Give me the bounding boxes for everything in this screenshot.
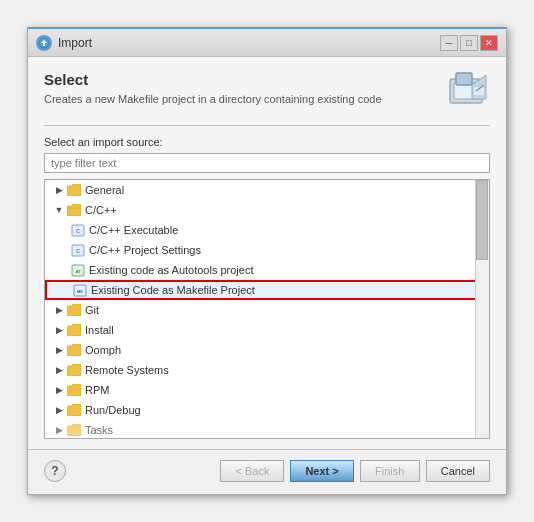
dialog-body: Select Creates a new Makefile project in…: [28, 57, 506, 449]
select-header: Select Creates a new Makefile project in…: [44, 71, 490, 109]
maximize-button[interactable]: □: [460, 35, 478, 51]
folder-icon-tasks: [67, 424, 81, 436]
tree-item-cpp[interactable]: ▼ C/C++: [45, 200, 489, 220]
label-remote-systems: Remote Systems: [85, 364, 169, 376]
label-makefile: Existing Code as Makefile Project: [91, 284, 255, 296]
arrow-install: ▶: [53, 324, 65, 336]
label-git: Git: [85, 304, 99, 316]
tree-item-oomph[interactable]: ▶ Oomph: [45, 340, 489, 360]
tree-item-makefile[interactable]: MK Existing Code as Makefile Project: [45, 280, 489, 300]
scrollbar-thumb[interactable]: [476, 180, 488, 260]
folder-icon-remote-systems: [67, 364, 81, 376]
tree-item-install[interactable]: ▶ Install: [45, 320, 489, 340]
window-controls: ─ □ ✕: [440, 35, 498, 51]
title-bar: Import ─ □ ✕: [28, 29, 506, 57]
next-button[interactable]: Next >: [290, 460, 353, 482]
file-icon-makefile: MK: [73, 284, 87, 296]
section-title: Select: [44, 71, 382, 88]
header-separator: [44, 125, 490, 126]
filter-label: Select an import source:: [44, 136, 490, 148]
arrow-general: ▶: [53, 184, 65, 196]
arrow-git: ▶: [53, 304, 65, 316]
section-description: Creates a new Makefile project in a dire…: [44, 92, 382, 107]
svg-text:AT: AT: [75, 269, 81, 274]
cancel-button[interactable]: Cancel: [426, 460, 490, 482]
file-icon-cpp-exec: C: [71, 224, 85, 236]
arrow-tasks: ▶: [53, 424, 65, 436]
folder-icon-run-debug: [67, 404, 81, 416]
scrollbar-track[interactable]: [475, 180, 489, 438]
svg-rect-3: [456, 73, 472, 85]
dialog-icon: [36, 35, 52, 51]
tree-item-rpm[interactable]: ▶ RPM: [45, 380, 489, 400]
dialog-footer: ? < Back Next > Finish Cancel: [28, 449, 506, 494]
footer-buttons: < Back Next > Finish Cancel: [66, 460, 490, 482]
folder-icon-cpp: [67, 204, 81, 216]
tree-item-autotools[interactable]: AT Existing code as Autotools project: [45, 260, 489, 280]
import-dialog: Import ─ □ ✕ Select Creates a new Makefi…: [27, 27, 507, 495]
svg-text:C: C: [76, 228, 80, 234]
tree-item-tasks[interactable]: ▶ Tasks: [45, 420, 489, 439]
folder-icon-install: [67, 324, 81, 336]
label-general: General: [85, 184, 124, 196]
label-cpp-exec: C/C++ Executable: [89, 224, 178, 236]
arrow-remote-systems: ▶: [53, 364, 65, 376]
filter-input[interactable]: [44, 153, 490, 173]
folder-icon-general: [67, 184, 81, 196]
header-text: Select Creates a new Makefile project in…: [44, 71, 382, 107]
folder-icon-rpm: [67, 384, 81, 396]
tree-item-remote-systems[interactable]: ▶ Remote Systems: [45, 360, 489, 380]
back-button[interactable]: < Back: [220, 460, 284, 482]
dialog-title: Import: [58, 36, 92, 50]
label-install: Install: [85, 324, 114, 336]
file-icon-cpp-settings: C: [71, 244, 85, 256]
close-button[interactable]: ✕: [480, 35, 498, 51]
label-tasks: Tasks: [85, 424, 113, 436]
arrow-run-debug: ▶: [53, 404, 65, 416]
label-autotools: Existing code as Autotools project: [89, 264, 253, 276]
tree-item-general[interactable]: ▶ General: [45, 180, 489, 200]
arrow-rpm: ▶: [53, 384, 65, 396]
svg-text:MK: MK: [77, 289, 83, 294]
label-cpp-settings: C/C++ Project Settings: [89, 244, 201, 256]
minimize-button[interactable]: ─: [440, 35, 458, 51]
header-icon: [448, 71, 490, 109]
file-icon-autotools: AT: [71, 264, 85, 276]
folder-icon-git: [67, 304, 81, 316]
label-run-debug: Run/Debug: [85, 404, 141, 416]
tree-item-cpp-exec[interactable]: C C/C++ Executable: [45, 220, 489, 240]
label-rpm: RPM: [85, 384, 109, 396]
help-button[interactable]: ?: [44, 460, 66, 482]
label-cpp: C/C++: [85, 204, 117, 216]
arrow-oomph: ▶: [53, 344, 65, 356]
tree-item-cpp-settings[interactable]: C C/C++ Project Settings: [45, 240, 489, 260]
svg-text:C: C: [76, 248, 80, 254]
title-bar-left: Import: [36, 35, 92, 51]
arrow-cpp: ▼: [53, 204, 65, 216]
finish-button[interactable]: Finish: [360, 460, 420, 482]
tree-item-run-debug[interactable]: ▶ Run/Debug: [45, 400, 489, 420]
tree-container[interactable]: ▶ General ▼ C/C++: [44, 179, 490, 439]
tree-item-git[interactable]: ▶ Git: [45, 300, 489, 320]
footer-left: ?: [44, 460, 66, 482]
folder-icon-oomph: [67, 344, 81, 356]
label-oomph: Oomph: [85, 344, 121, 356]
